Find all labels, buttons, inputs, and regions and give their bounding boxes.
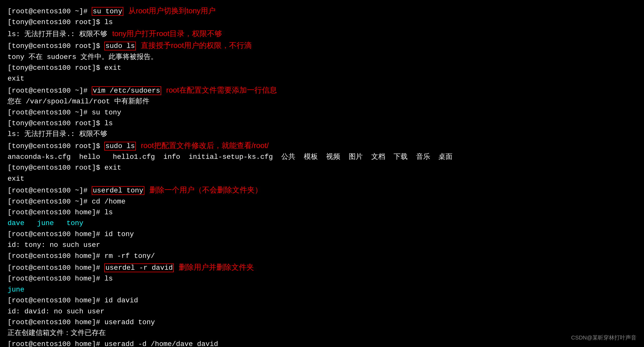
line-text: [root@centos100 home]# id tony <box>8 229 134 240</box>
watermark: CSDN@某昕穿林打叶声音 <box>571 333 636 342</box>
terminal-line: anaconda-ks.cfg hello hello1.cfg info in… <box>8 152 636 162</box>
annotation-text: 从root用户切换到tony用户 <box>128 5 216 17</box>
terminal-line: ls: 无法打开目录.: 权限不够 <box>8 129 636 140</box>
terminal-line: 正在创建信箱文件：文件已存在 <box>8 328 636 338</box>
terminal-line: [tony@centos100 root]$ ls <box>8 118 636 129</box>
terminal-line: [root@centos100 ~]# cd /home <box>8 196 636 207</box>
line-text: [root@centos100 ~]# cd /home <box>8 196 125 207</box>
line-text: [root@centos100 home]# useradd -d /home/… <box>8 339 218 347</box>
line-text: [root@centos100 home]# id david <box>8 295 138 306</box>
line-text: [tony@centos100 root]$ ls <box>8 118 113 129</box>
terminal-line: [root@centos100 ~]# su tony <box>8 107 636 118</box>
terminal-line: [tony@centos100 root]$ exit <box>8 62 636 73</box>
line-text: anaconda-ks.cfg hello hello1.cfg info in… <box>8 152 452 162</box>
annotation-text: root在配置文件需要添加一行信息 <box>166 84 277 96</box>
terminal-line: [root@centos100 home]# ls <box>8 273 636 284</box>
line-text: june <box>8 284 24 295</box>
command-highlight: userdel tony <box>92 186 144 195</box>
line-text: 您在 /var/spool/mail/root 中有新邮件 <box>8 96 149 107</box>
terminal-line: [root@centos100 home]# rm -rf tony/ <box>8 251 636 261</box>
annotation-text: 直接授予root用户的权限，不行滴 <box>141 40 252 51</box>
command-highlight: su tony <box>92 7 123 16</box>
terminal-line: id: david: no such user <box>8 306 636 317</box>
terminal-line: [root@centos100 home]# id david <box>8 295 636 306</box>
annotation-text: root把配置文件修改后，就能查看/root/ <box>141 140 269 152</box>
terminal-line: ls: 无法打开目录.: 权限不够 tony用户打开root目录，权限不够 <box>8 28 636 40</box>
terminal-line: [root@centos100 home]# ls <box>8 207 636 218</box>
terminal-line: [root@centos100 ~]# vim /etc/sudoers roo… <box>8 84 636 96</box>
terminal-line: [root@centos100 ~]# su tony 从root用户切换到to… <box>8 5 636 17</box>
line-text: [tony@centos100 root]$ sudo ls <box>8 41 136 51</box>
terminal-window: [root@centos100 ~]# su tony 从root用户切换到to… <box>8 5 636 347</box>
terminal-line: [root@centos100 home]# useradd tony <box>8 317 636 328</box>
line-text: [root@centos100 home]# userdel -r david <box>8 262 174 273</box>
terminal-line: [root@centos100 ~]# userdel tony 删除一个用户（… <box>8 184 636 196</box>
line-text: [root@centos100 ~]# su tony <box>8 6 123 17</box>
terminal-line: [root@centos100 home]# userdel -r david … <box>8 261 636 273</box>
line-text: [root@centos100 home]# rm -rf tony/ <box>8 251 155 261</box>
line-text: [tony@centos100 root]$ sudo ls <box>8 141 136 152</box>
annotation-text: tony用户打开root目录，权限不够 <box>112 28 222 40</box>
line-text: [root@centos100 ~]# userdel tony <box>8 185 144 196</box>
command-highlight: sudo ls <box>104 42 136 50</box>
line-text: [root@centos100 home]# useradd tony <box>8 317 155 328</box>
terminal-line: [root@centos100 home]# id tony <box>8 229 636 240</box>
terminal-line: 您在 /var/spool/mail/root 中有新邮件 <box>8 96 636 107</box>
line-text: [tony@centos100 root]$ ls <box>8 17 113 28</box>
annotation-text: 删除用户并删除文件夹 <box>179 261 254 273</box>
line-text: exit <box>8 173 24 184</box>
line-text: [root@centos100 ~]# su tony <box>8 107 121 118</box>
line-text: dave june tony <box>8 218 83 229</box>
command-highlight: sudo ls <box>104 142 136 151</box>
line-text: 正在创建信箱文件：文件已存在 <box>8 328 106 338</box>
terminal-line: exit <box>8 173 636 184</box>
line-text: id: tony: no such user <box>8 240 100 250</box>
line-text: tony 不在 sudoers 文件中。此事将被报告。 <box>8 52 158 62</box>
command-highlight: vim /etc/sudoers <box>92 86 161 95</box>
terminal-line: [tony@centos100 root]$ exit <box>8 162 636 173</box>
line-text: ls: 无法打开目录.: 权限不够 <box>8 29 107 40</box>
line-text: [root@centos100 ~]# vim /etc/sudoers <box>8 85 161 96</box>
line-text: [root@centos100 home]# ls <box>8 207 113 218</box>
line-text: ls: 无法打开目录.: 权限不够 <box>8 129 107 140</box>
terminal-line: dave june tony <box>8 218 636 229</box>
terminal-line: [tony@centos100 root]$ sudo ls 直接授予root用… <box>8 40 636 51</box>
terminal-line: june <box>8 284 636 295</box>
line-text: [tony@centos100 root]$ exit <box>8 62 121 73</box>
line-text: [root@centos100 home]# ls <box>8 273 113 284</box>
terminal-line: [tony@centos100 root]$ ls <box>8 17 636 28</box>
terminal-line: [tony@centos100 root]$ sudo ls root把配置文件… <box>8 140 636 152</box>
annotation-text: 删除一个用户（不会删除文件夹） <box>149 184 262 196</box>
terminal-line: [root@centos100 home]# useradd -d /home/… <box>8 339 636 347</box>
terminal-line: id: tony: no such user <box>8 240 636 250</box>
command-highlight: userdel -r david <box>104 263 174 272</box>
line-text: exit <box>8 73 24 84</box>
line-text: id: david: no such user <box>8 306 104 317</box>
terminal-line: tony 不在 sudoers 文件中。此事将被报告。 <box>8 52 636 62</box>
line-text: [tony@centos100 root]$ exit <box>8 162 121 173</box>
terminal-line: exit <box>8 73 636 84</box>
